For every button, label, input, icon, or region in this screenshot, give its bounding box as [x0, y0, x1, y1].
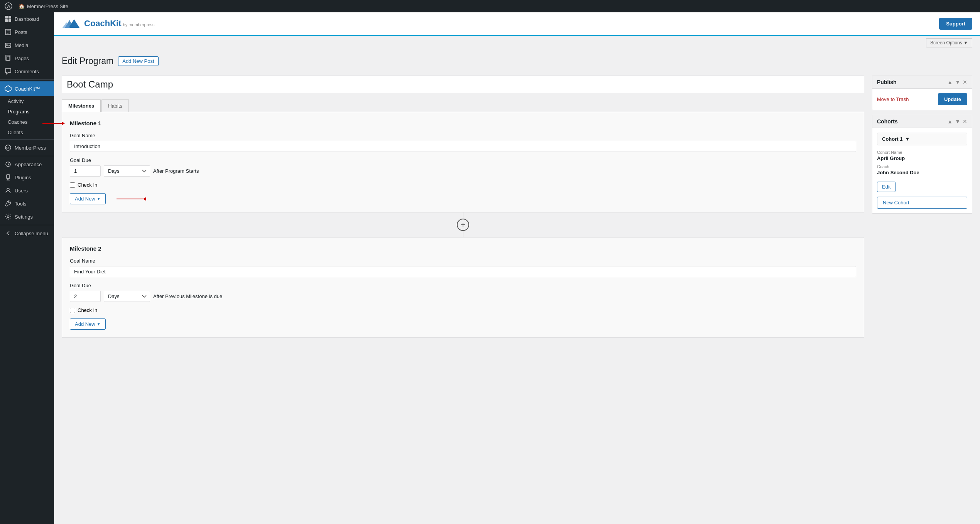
milestone-1-goal-name-input[interactable] — [70, 141, 856, 152]
milestone-1-goal-due-number[interactable] — [70, 165, 101, 177]
memberpress-icon: M — [5, 144, 12, 151]
cohorts-collapse-down-icon[interactable]: ▼ — [955, 118, 960, 125]
sidebar-label-coaches: Coaches — [8, 119, 27, 125]
milestone-2-after-text: After Previous Milestone is due — [153, 293, 222, 299]
screen-options-bar: Screen Options ▼ — [54, 36, 980, 50]
milestone-2-goal-name-input[interactable] — [70, 266, 856, 277]
close-icon[interactable]: ✕ — [963, 79, 967, 85]
cohort-dropdown-label: Cohort 1 — [882, 136, 902, 142]
sidebar-item-pages[interactable]: Pages — [0, 52, 54, 65]
svg-rect-5 — [8, 19, 11, 22]
milestone-1-after-text: After Program Starts — [153, 168, 199, 174]
svg-rect-2 — [5, 16, 8, 19]
cohorts-close-icon[interactable]: ✕ — [963, 118, 967, 125]
logo-area: CoachKit by memberpress — [62, 16, 154, 31]
plugins-icon — [5, 174, 12, 181]
svg-rect-13 — [7, 56, 10, 60]
dashboard-icon — [5, 15, 12, 22]
cohorts-box-controls: ▲ ▼ ✕ — [947, 118, 967, 125]
milestone-2-goal-due-label: Goal Due — [70, 283, 856, 288]
logo-sub: by memberpress — [123, 22, 155, 27]
sidebar-item-memberpress[interactable]: M MemberPress — [0, 141, 54, 154]
milestone-1-goal-due-select[interactable]: Days Weeks Months — [104, 165, 150, 177]
svg-rect-18 — [7, 175, 10, 179]
coach-value: John Second Doe — [877, 170, 967, 175]
sidebar-item-appearance[interactable]: Appearance — [0, 158, 54, 171]
tab-milestones[interactable]: Milestones — [62, 99, 101, 112]
screen-options-button[interactable]: Screen Options ▼ — [926, 38, 972, 47]
milestone-2-add-new-button[interactable]: Add New ▼ — [70, 318, 106, 330]
cohorts-collapse-up-icon[interactable]: ▲ — [947, 118, 953, 125]
collapse-down-icon[interactable]: ▼ — [955, 79, 960, 85]
sidebar-label-comments: Comments — [15, 69, 39, 74]
posts-icon — [5, 29, 12, 35]
milestone-separator-1: + — [62, 212, 864, 237]
main-content: CoachKit by memberpress Support Screen O… — [54, 12, 980, 524]
milestone-2-check-in-label: Check In — [78, 307, 97, 313]
sidebar-item-activity[interactable]: Activity — [0, 96, 54, 106]
sidebar-label-settings: Settings — [15, 214, 33, 220]
sidebar-label-collapse: Collapse menu — [15, 231, 48, 236]
chevron-down-icon-2: ▼ — [97, 322, 101, 326]
milestone-1-goal-name-group: Goal Name — [70, 133, 856, 152]
cohort-dropdown-arrow-icon: ▼ — [905, 136, 910, 142]
post-title-input[interactable] — [62, 76, 864, 93]
sidebar-item-coaches[interactable]: Coaches — [0, 117, 54, 127]
tab-habits[interactable]: Habits — [101, 99, 129, 112]
cohorts-box: Cohorts ▲ ▼ ✕ Cohort 1 ▼ — [872, 115, 972, 214]
cohort-dropdown[interactable]: Cohort 1 ▼ — [877, 133, 967, 145]
tabs-bar: Milestones Habits — [62, 99, 864, 112]
top-header: CoachKit by memberpress Support — [54, 12, 980, 36]
edit-cohort-button[interactable]: Edit — [877, 182, 896, 192]
sidebar-item-clients[interactable]: Clients — [0, 127, 54, 138]
logo-text: CoachKit — [84, 19, 122, 29]
milestone-1-check-in-checkbox[interactable] — [70, 182, 75, 188]
sidebar-item-tools[interactable]: Tools — [0, 197, 54, 210]
publish-box-title: Publish — [877, 79, 897, 85]
collapse-up-icon[interactable]: ▲ — [947, 79, 953, 85]
wp-logo-item[interactable]: W — [5, 2, 12, 10]
add-new-post-button[interactable]: Add New Post — [118, 56, 158, 66]
move-to-trash-link[interactable]: Move to Trash — [877, 96, 909, 102]
sidebar-label-media: Media — [15, 42, 28, 48]
milestone-1-goal-due-label: Goal Due — [70, 157, 856, 163]
sidebar-item-comments[interactable]: Comments — [0, 65, 54, 78]
milestone-2-check-in-checkbox[interactable] — [70, 308, 75, 313]
tools-icon — [5, 200, 12, 207]
sidebar-item-coachkit[interactable]: CoachKit™ — [0, 81, 54, 96]
sidebar-label-plugins: Plugins — [15, 175, 31, 180]
support-button[interactable]: Support — [939, 18, 972, 30]
cohorts-box-header: Cohorts ▲ ▼ ✕ — [872, 115, 972, 128]
sidebar-item-programs[interactable]: Programs — [0, 106, 54, 117]
sidebar-label-appearance: Appearance — [15, 162, 42, 167]
new-cohort-button[interactable]: New Cohort — [877, 197, 967, 209]
sidebar: Dashboard Posts Media Pages Comments — [0, 12, 54, 524]
editor-area: Milestones Habits Milestone 1 Goal Name … — [62, 76, 864, 518]
cohort-name-value: April Group — [877, 155, 967, 161]
milestone-2-goal-due-number[interactable] — [70, 291, 101, 302]
sidebar-item-dashboard[interactable]: Dashboard — [0, 12, 54, 25]
sidebar-label-users: Users — [15, 188, 28, 194]
sidebar-label-tools: Tools — [15, 201, 26, 207]
add-new-arrow-indicator — [117, 197, 146, 201]
sidebar-label-dashboard: Dashboard — [15, 16, 39, 22]
sidebar-item-posts[interactable]: Posts — [0, 25, 54, 39]
update-button[interactable]: Update — [938, 93, 967, 105]
sidebar-label-programs: Programs — [8, 109, 29, 115]
sidebar-item-plugins[interactable]: Plugins — [0, 171, 54, 184]
publish-box-controls: ▲ ▼ ✕ — [947, 79, 967, 85]
milestone-2-goal-due-group: Goal Due Days Weeks Months After Previou… — [70, 283, 856, 302]
milestone-1-add-new-button[interactable]: Add New ▼ — [70, 193, 106, 204]
milestone-2-goal-due-select[interactable]: Days Weeks Months — [104, 291, 150, 302]
sidebar-item-media[interactable]: Media — [0, 39, 54, 52]
sidebar-item-settings[interactable]: Settings — [0, 210, 54, 223]
publish-actions: Move to Trash Update — [877, 93, 967, 105]
sidebar-item-collapse[interactable]: Collapse menu — [0, 227, 54, 240]
sidebar-label-activity: Activity — [8, 98, 24, 104]
publish-box-body: Move to Trash Update — [872, 89, 972, 110]
milestone-1-goal-name-label: Goal Name — [70, 133, 856, 138]
home-item[interactable]: 🏠 MemberPress Site — [19, 3, 68, 9]
add-milestone-button[interactable]: + — [457, 219, 469, 231]
milestone-1-goal-due-group: Goal Due Days Weeks Months After Program… — [70, 157, 856, 177]
sidebar-item-users[interactable]: Users — [0, 184, 54, 197]
